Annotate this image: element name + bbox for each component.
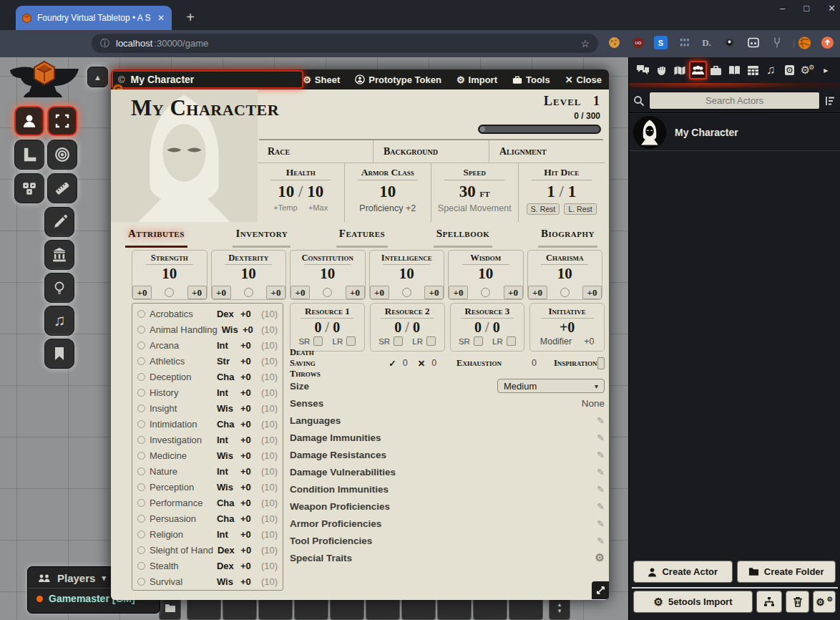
resource-max[interactable]: 0: [413, 319, 420, 335]
eye-extension-icon[interactable]: [723, 36, 736, 49]
sheet-config-button[interactable]: ⚙Sheet: [303, 74, 340, 85]
senses-value[interactable]: None: [582, 398, 605, 409]
trait-special[interactable]: Special Traits⚙: [290, 549, 605, 566]
ability-save[interactable]: +0: [346, 286, 365, 299]
skill-proficiency-toggle[interactable]: [137, 420, 145, 428]
death-failure-count[interactable]: 0: [431, 358, 436, 368]
tab-biography[interactable]: Biography: [538, 226, 597, 248]
ability-save[interactable]: +0: [187, 286, 207, 299]
select-targets-tool-button[interactable]: [47, 106, 77, 136]
skill-row[interactable]: ArcanaInt+0(10): [137, 337, 278, 353]
skill-row[interactable]: NatureInt+0(10): [137, 463, 278, 479]
skill-proficiency-toggle[interactable]: [137, 405, 145, 412]
cookie-extension-icon[interactable]: [607, 36, 621, 49]
short-rest-button[interactable]: S. Rest: [527, 203, 560, 215]
actor-name[interactable]: My Character: [675, 127, 738, 138]
tab-chat[interactable]: [634, 61, 653, 79]
d-extension-icon[interactable]: D.: [700, 36, 713, 49]
ability-score[interactable]: 10: [370, 265, 444, 282]
tab-spellbook[interactable]: Spellbook: [434, 226, 493, 248]
save-proficiency-toggle[interactable]: [165, 288, 174, 297]
resource-value[interactable]: 0: [474, 319, 482, 335]
lr-checkbox[interactable]: [346, 336, 356, 346]
tab-close-icon[interactable]: ✕: [156, 13, 166, 23]
speed-value[interactable]: 30: [459, 183, 476, 200]
ability-score[interactable]: 10: [528, 265, 602, 282]
token-tool-button[interactable]: [14, 106, 44, 136]
search-actors-input[interactable]: [649, 92, 820, 110]
alignment-field[interactable]: Alignment: [489, 140, 605, 163]
tab-tables[interactable]: [743, 61, 762, 79]
skill-proficiency-toggle[interactable]: [137, 436, 145, 444]
delete-button[interactable]: [786, 591, 809, 613]
initiative-value[interactable]: +0: [530, 319, 604, 335]
new-tab-button[interactable]: +: [180, 7, 200, 27]
actor-list-item[interactable]: My Character: [629, 113, 840, 151]
prototype-token-button[interactable]: Prototype Token: [355, 74, 441, 85]
resource-max[interactable]: 0: [493, 319, 500, 335]
edit-icon[interactable]: ✎: [597, 467, 605, 478]
ability-mod[interactable]: +0: [370, 286, 389, 299]
skill-row[interactable]: PerceptionWis+0(10): [137, 479, 278, 495]
save-proficiency-toggle[interactable]: [323, 288, 332, 297]
fivetools-import-button[interactable]: ⚙ 5etools Import: [633, 591, 753, 613]
character-name[interactable]: My Character: [131, 95, 279, 121]
sidebar-collapse-icon[interactable]: ▸: [816, 61, 835, 79]
skill-row[interactable]: Sleight of HandDex+0(10): [137, 542, 278, 558]
skill-row[interactable]: PersuasionCha+0(10): [137, 510, 278, 526]
hp-temp-field[interactable]: +Temp: [273, 203, 297, 212]
tab-features[interactable]: Features: [336, 226, 388, 248]
dice-tool-button[interactable]: [14, 173, 44, 203]
death-failure-icon[interactable]: ✕: [418, 358, 425, 369]
ability-mod[interactable]: +0: [212, 286, 231, 299]
skill-row[interactable]: DeceptionCha+0(10): [137, 369, 278, 384]
edit-icon[interactable]: ✎: [597, 484, 605, 495]
background-field[interactable]: Background: [373, 140, 489, 163]
browser-tab[interactable]: Foundry Virtual Tabletop • A Stan ✕: [16, 6, 172, 30]
tab-attributes[interactable]: Attributes: [125, 226, 187, 248]
hp-tempmax-field[interactable]: +Max: [308, 203, 328, 212]
update-browser-button[interactable]: [821, 36, 834, 49]
resource-max[interactable]: 0: [333, 319, 340, 335]
hp-max[interactable]: 10: [307, 183, 323, 200]
create-folder-button[interactable]: Create Folder: [737, 561, 836, 583]
measure-tool-button[interactable]: [47, 173, 77, 203]
tab-combat[interactable]: [653, 61, 671, 79]
skill-proficiency-toggle[interactable]: [137, 578, 145, 586]
robot-extension-icon[interactable]: [746, 36, 760, 49]
grid-extension-icon[interactable]: [678, 36, 691, 49]
race-field[interactable]: Race: [258, 140, 373, 163]
skill-row[interactable]: HistoryInt+0(10): [137, 384, 278, 400]
skill-row[interactable]: InvestigationInt+0(10): [137, 432, 278, 447]
skill-row[interactable]: PerformanceCha+0(10): [137, 495, 278, 510]
ability-mod[interactable]: +0: [449, 286, 468, 299]
trait-damage-immunities[interactable]: Damage Immunities✎: [290, 429, 605, 446]
ability-mod[interactable]: +0: [290, 286, 310, 299]
ability-score[interactable]: 10: [449, 265, 523, 282]
skill-proficiency-toggle[interactable]: [137, 357, 145, 365]
hp-current[interactable]: 10: [278, 183, 294, 200]
settings-button[interactable]: ⚙⚙: [813, 591, 836, 613]
import-button[interactable]: ⚙Import: [456, 74, 497, 85]
save-proficiency-toggle[interactable]: [481, 288, 490, 297]
skill-proficiency-toggle[interactable]: [137, 515, 145, 523]
skill-proficiency-toggle[interactable]: [137, 562, 145, 570]
tab-journal[interactable]: [726, 61, 744, 79]
ability-save[interactable]: +0: [266, 286, 285, 299]
sounds-tool-button[interactable]: ♫: [44, 306, 74, 336]
hd-max[interactable]: 1: [568, 183, 577, 200]
sr-checkbox[interactable]: [394, 336, 403, 346]
ability-mod[interactable]: +0: [528, 286, 547, 299]
skill-proficiency-toggle[interactable]: [137, 342, 145, 349]
initiative-modifier[interactable]: +0: [584, 336, 594, 347]
tab-compendium[interactable]: [780, 61, 799, 79]
tab-settings[interactable]: ⚙⚙: [799, 61, 817, 79]
skill-row[interactable]: InsightWis+0(10): [137, 400, 278, 416]
lighting-tool-button[interactable]: [44, 273, 74, 303]
death-success-count[interactable]: 0: [403, 358, 408, 368]
skill-row[interactable]: Animal HandlingWis+0(10): [137, 321, 278, 337]
skill-row[interactable]: StealthDex+0(10): [137, 558, 278, 573]
edit-icon[interactable]: ✎: [597, 450, 605, 460]
trait-languages[interactable]: Languages✎: [290, 412, 605, 429]
tab-playlists[interactable]: ♫: [762, 61, 781, 79]
